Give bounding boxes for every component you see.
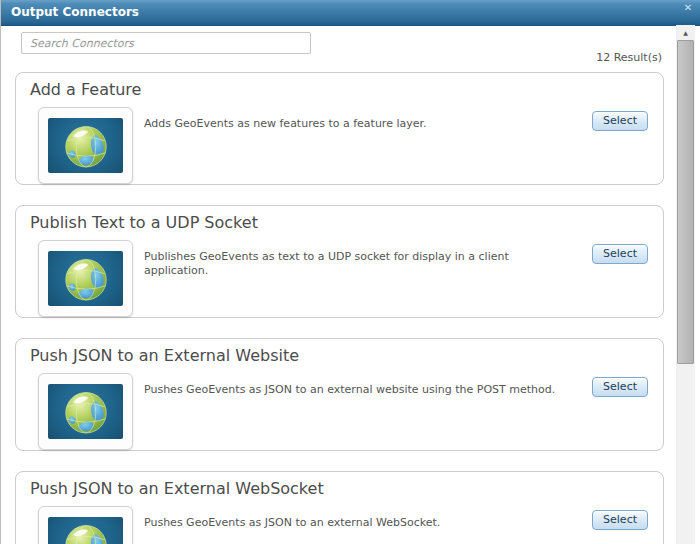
connector-card: Push JSON to an External WebSocket [15,471,664,544]
scrollbar-thumb[interactable] [677,40,694,364]
globe-icon [48,251,123,306]
output-connectors-dialog: Output Connectors ✕ 12 Result(s) Add a F… [0,0,700,544]
connector-title: Publish Text to a UDP Socket [30,213,258,232]
connector-card: Publish Text to a UDP Socket [15,205,664,318]
globe-icon [48,517,123,544]
connector-description: Pushes GeoEvents as JSON to an external … [144,383,575,397]
connector-description: Publishes GeoEvents as text to a UDP soc… [144,250,575,278]
connector-title: Add a Feature [30,80,141,99]
connector-description: Pushes GeoEvents as JSON to an external … [144,516,575,530]
results-count: 12 Result(s) [596,51,662,64]
connector-thumbnail [38,107,133,184]
close-icon[interactable]: ✕ [681,1,695,14]
connector-list: Add a Feature [15,72,664,544]
select-button[interactable]: Select [592,377,648,397]
select-button[interactable]: Select [592,244,648,264]
scroll-up-icon[interactable]: ▲ [676,25,695,40]
connector-thumbnail [38,506,133,544]
connector-thumbnail [38,240,133,317]
connector-title: Push JSON to an External Website [30,346,299,365]
globe-icon [48,118,123,173]
select-button[interactable]: Select [592,510,648,530]
select-button[interactable]: Select [592,111,648,131]
connector-thumbnail [38,373,133,450]
connector-description: Adds GeoEvents as new features to a feat… [144,117,575,131]
connector-card: Add a Feature [15,72,664,185]
search-input[interactable] [21,32,311,54]
scrollbar-track[interactable]: ▲ [676,25,695,544]
connector-title: Push JSON to an External WebSocket [30,479,324,498]
connector-card: Push JSON to an External Website [15,338,664,451]
globe-icon [48,384,123,439]
dialog-header: Output Connectors ✕ [1,0,700,26]
dialog-title: Output Connectors [11,5,139,19]
